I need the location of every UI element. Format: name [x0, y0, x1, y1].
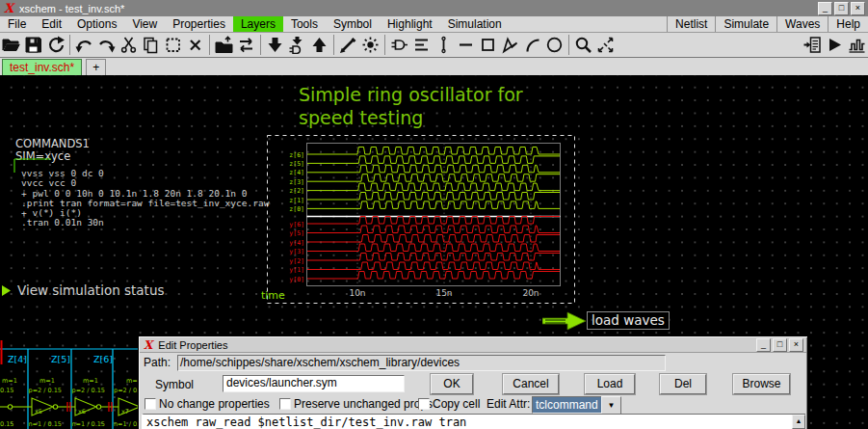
del-button[interactable]: Del	[660, 374, 706, 394]
inverter-chain-schematic[interactable]: Z[4] Z[5] Z[6] m=1 m=1 m=1 m=1 0.15 p=2 …	[0, 328, 138, 429]
svg-text:15n: 15n	[435, 288, 452, 298]
netlist-icon[interactable]	[802, 36, 823, 55]
menu-simulation[interactable]: Simulation	[440, 16, 510, 32]
menu-simulate[interactable]: Simulate	[715, 16, 776, 32]
text-icon[interactable]	[411, 36, 432, 55]
arc-icon[interactable]	[522, 36, 542, 55]
go-up-icon[interactable]	[309, 36, 329, 55]
load-button[interactable]: Load	[585, 374, 635, 394]
simulate-icon[interactable]	[825, 36, 845, 55]
waveform-plot[interactable]: 10n15n20nz[6]z[5]z[4]z[3]z[2]z[1]z[0]y[6…	[258, 133, 578, 307]
save-icon[interactable]	[23, 36, 43, 55]
close-button[interactable]: ×	[851, 2, 865, 15]
no-change-properties-checkbox[interactable]	[145, 398, 156, 410]
paste-icon[interactable]	[163, 36, 183, 55]
edit-attr-combobox[interactable]: tclcommand	[532, 396, 603, 414]
symbol-input[interactable]: devices/launcher.sym	[223, 375, 405, 392]
commands-block-title: COMMANDS1	[15, 137, 90, 150]
menu-netlist[interactable]: Netlist	[667, 16, 715, 32]
menu-symbol[interactable]: Symbol	[326, 16, 380, 32]
scroll-up-button[interactable]: ▲	[792, 415, 805, 429]
descend-symbol-icon[interactable]	[287, 36, 307, 55]
toolbar-separator	[384, 35, 385, 55]
svg-text:y[5]: y[5]	[289, 229, 304, 237]
path-field[interactable]: /home/schippes/share/xschem/xschem_libra…	[177, 355, 666, 371]
copy-cell-checkbox[interactable]	[418, 398, 430, 410]
svg-text:y[6]: y[6]	[289, 221, 304, 228]
dialog-minimize-button[interactable]: _	[756, 338, 771, 352]
browse-button[interactable]: Browse	[733, 374, 790, 394]
minimize-button[interactable]: _	[818, 2, 832, 15]
swap-views-icon[interactable]	[236, 36, 256, 55]
reload-icon[interactable]	[45, 36, 66, 55]
menu-help[interactable]: Help	[828, 16, 868, 32]
inverter-symbols[interactable]	[0, 398, 138, 416]
copy-icon[interactable]	[141, 36, 161, 55]
menu-layers[interactable]: Layers	[233, 16, 283, 32]
edit-brush-icon[interactable]	[338, 36, 358, 55]
menubar: FileEditOptionsViewPropertiesLayersTools…	[0, 16, 868, 33]
svg-text:m=1: m=1	[2, 377, 17, 385]
time-axis-label: time	[261, 289, 285, 302]
waves-icon[interactable]	[847, 36, 867, 55]
zoom-box-icon[interactable]	[573, 36, 593, 55]
svg-text:p=2 / 0.15: p=2 / 0.15	[72, 387, 106, 394]
attribute-text: xschem raw_read $netlist_dir/test_inv.ra…	[146, 416, 466, 429]
arrow-up-icon: ▲	[796, 417, 802, 424]
open-folder-icon[interactable]	[1, 36, 21, 55]
cut-icon[interactable]	[118, 36, 139, 55]
dialog-maximize-button[interactable]: □	[773, 338, 787, 352]
menu-view[interactable]: View	[124, 16, 165, 32]
view-simulation-status-link[interactable]: View simulation status	[17, 282, 164, 298]
maximize-button[interactable]: □	[834, 2, 849, 15]
menu-edit[interactable]: Edit	[34, 16, 69, 32]
schematic-title-text: Simple ring oscillator for speed testing	[299, 83, 523, 129]
dialog-close-button[interactable]: ×	[789, 338, 803, 352]
preserve-unchanged-props-checkbox[interactable]	[279, 398, 291, 410]
redo-icon[interactable]	[96, 36, 117, 55]
cancel-button[interactable]: Cancel	[503, 374, 559, 394]
svg-text:m=1: m=1	[39, 377, 55, 385]
textarea-scrollbar[interactable]: ▲	[792, 415, 805, 429]
ok-button[interactable]: OK	[431, 374, 473, 394]
menu-highlight[interactable]: Highlight	[380, 16, 440, 32]
tab-bar: test_inv.sch* +	[0, 58, 868, 75]
combo-dropdown-button[interactable]: ▼	[601, 396, 621, 416]
svg-text:Z[5]: Z[5]	[51, 354, 70, 364]
delete-icon[interactable]	[185, 36, 205, 55]
attribute-textarea[interactable]: xschem raw_read $netlist_dir/test_inv.ra…	[142, 414, 805, 429]
load-waves-launcher[interactable]: load waves	[587, 311, 670, 330]
menu-options[interactable]: Options	[69, 16, 124, 32]
net-labels: Z[4] Z[5] Z[6]	[8, 354, 113, 364]
line-icon[interactable]	[456, 36, 476, 55]
descend-schematic-icon[interactable]	[265, 36, 285, 55]
circle-icon[interactable]	[544, 36, 565, 55]
svg-text:m=1: m=1	[83, 377, 98, 385]
toolbar-separator	[260, 35, 261, 55]
svg-text:x5: x5	[35, 408, 42, 416]
svg-text:z[3]: z[3]	[289, 178, 304, 186]
dialog-titlebar[interactable]: X Edit Properties _ □ ×	[140, 337, 806, 353]
wire-icon[interactable]	[434, 36, 454, 55]
svg-text:0.15: 0.15	[0, 420, 13, 428]
edit-attr-selected-value: tclcommand	[533, 397, 601, 413]
menu-tools[interactable]: Tools	[283, 16, 326, 32]
component-icon[interactable]	[389, 36, 409, 55]
svg-text:n=1 / 0.15: n=1 / 0.15	[29, 420, 63, 428]
svg-text:z[5]: z[5]	[289, 160, 304, 168]
path-label: Path:	[144, 356, 171, 369]
edit-properties-dialog: X Edit Properties _ □ × Path: /home/schi…	[138, 335, 808, 429]
insert-symbol-icon[interactable]	[214, 36, 234, 55]
window-titlebar[interactable]: X xschem - test_inv.sch* _ □ ×	[0, 0, 868, 16]
polygon-icon[interactable]	[500, 36, 520, 55]
chevron-down-icon: ▼	[608, 401, 616, 410]
menu-left: FileEditOptionsViewPropertiesLayersTools…	[0, 16, 510, 32]
zoom-full-icon[interactable]	[595, 36, 616, 55]
menu-file[interactable]: File	[0, 16, 34, 32]
rect-icon[interactable]	[478, 36, 498, 55]
toggle-light-icon[interactable]	[360, 36, 381, 55]
menu-properties[interactable]: Properties	[165, 16, 233, 32]
preserve-unchanged-props-label: Preserve unchanged props	[294, 397, 433, 411]
menu-waves[interactable]: Waves	[776, 16, 828, 32]
undo-icon[interactable]	[74, 36, 94, 55]
